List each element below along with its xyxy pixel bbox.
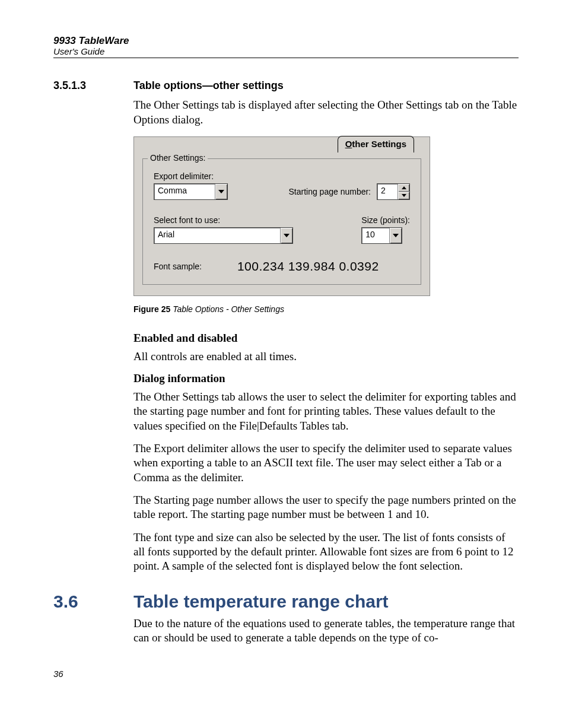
- font-combo[interactable]: Arial: [154, 227, 293, 244]
- chevron-down-icon[interactable]: [215, 184, 227, 199]
- heading-text: Table options—other settings: [133, 80, 284, 92]
- export-delimiter-label: Export delimiter:: [154, 171, 410, 181]
- heading-36: 3.6 Table temperature range chart: [53, 592, 519, 612]
- tab-accel: O: [345, 139, 352, 149]
- dialoginfo-p2: The Export delimiter allows the user to …: [133, 441, 519, 485]
- font-sample-label: Font sample:: [154, 262, 202, 271]
- size-combo[interactable]: 10: [361, 227, 402, 244]
- select-font-label: Select font to use:: [154, 215, 293, 225]
- dialoginfo-heading: Dialog information: [133, 372, 519, 385]
- dialoginfo-p3: The Starting page number allows the user…: [133, 493, 519, 522]
- doc-title: 9933 TableWare: [53, 36, 519, 47]
- group-legend: Other Settings:: [148, 153, 208, 163]
- figure-caption: Figure 25 Table Options - Other Settings: [133, 304, 519, 314]
- dialoginfo-p1: The Other Settings tab allows the user t…: [133, 390, 519, 433]
- doc-subtitle: User's Guide: [53, 47, 519, 57]
- heading-text: Table temperature range chart: [133, 592, 389, 612]
- font-value: Arial: [154, 228, 280, 243]
- font-sample-value: 100.234 139.984 0.0392: [237, 259, 379, 274]
- starting-page-value: 2: [377, 184, 398, 199]
- other-settings-group: Other Settings: Export delimiter: Comma …: [142, 158, 421, 285]
- export-delimiter-value: Comma: [154, 184, 215, 199]
- enabled-heading: Enabled and disabled: [133, 332, 519, 345]
- figure-title: Table Options - Other Settings: [170, 304, 284, 314]
- tab-label-rest: ther Settings: [352, 139, 406, 149]
- tab-other-settings[interactable]: Other Settings: [338, 136, 414, 152]
- figure-number: Figure 25: [133, 304, 170, 314]
- starting-page-spinner[interactable]: 2: [377, 183, 410, 200]
- dialoginfo-p4: The font type and size can also be selec…: [133, 530, 519, 574]
- chevron-down-icon[interactable]: [389, 228, 402, 243]
- heading-number: 3.6: [53, 592, 110, 612]
- sec36-body: Due to the nature of the equations used …: [133, 616, 519, 646]
- export-delimiter-combo[interactable]: Comma: [154, 183, 228, 200]
- size-label: Size (points):: [361, 215, 410, 225]
- heading-number: 3.5.1.3: [53, 80, 110, 92]
- chevron-down-icon[interactable]: [280, 228, 292, 243]
- spinner-down-icon[interactable]: [398, 192, 409, 199]
- size-value: 10: [362, 228, 389, 243]
- intro-paragraph: The Other Settings tab is displayed afte…: [133, 98, 519, 127]
- running-head: 9933 TableWare User's Guide: [53, 36, 519, 58]
- heading-3513: 3.5.1.3 Table options—other settings: [53, 80, 519, 92]
- spinner-up-icon[interactable]: [398, 184, 409, 192]
- page-number: 36: [53, 669, 519, 679]
- enabled-body: All controls are enabled at all times.: [133, 349, 519, 364]
- starting-page-label: Starting page number:: [288, 187, 371, 196]
- other-settings-dialog: Other Settings Other Settings: Export de…: [133, 136, 430, 296]
